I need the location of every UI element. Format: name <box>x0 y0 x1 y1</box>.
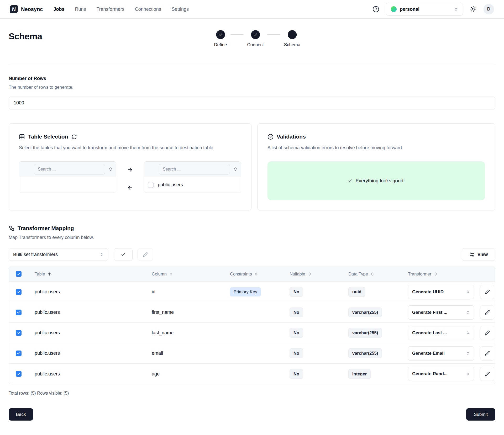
row-checkbox[interactable] <box>16 289 22 295</box>
destination-search-input[interactable] <box>159 164 230 174</box>
cell-table: public.users <box>35 289 60 295</box>
step-label: Connect <box>247 42 264 47</box>
nav-item-runs[interactable]: Runs <box>75 7 86 12</box>
edit-transformer-button[interactable] <box>480 326 494 340</box>
step-label: Schema <box>284 42 300 47</box>
cell-table: public.users <box>35 310 60 315</box>
data-type-badge: integer <box>348 369 371 379</box>
chevrons-up-down-icon <box>454 7 458 11</box>
chevrons-up-down-icon <box>466 331 470 335</box>
stepper-step: Connect <box>247 30 264 47</box>
row-checkbox[interactable] <box>16 351 22 356</box>
edit-transformer-button[interactable] <box>480 305 494 320</box>
bulk-edit-button[interactable] <box>138 248 153 261</box>
step-circle <box>288 30 297 39</box>
row-checkbox[interactable] <box>16 371 22 377</box>
select-all-checkbox[interactable] <box>16 271 22 277</box>
nav-item-jobs[interactable]: Jobs <box>53 7 64 12</box>
chevrons-up-down-icon <box>169 272 173 276</box>
transformer-select-label: Generate Rand... <box>412 371 448 376</box>
chevrons-up-down-icon <box>434 272 438 276</box>
row-checkbox[interactable] <box>16 310 22 315</box>
transformer-select[interactable]: Generate First ... <box>408 305 474 320</box>
cards-row: Table Selection Select the tables that y… <box>9 123 495 210</box>
table-selection-title: Table Selection <box>28 134 68 140</box>
transformer-select-label: Generate Last ... <box>412 330 447 336</box>
data-type-badge: varchar(255) <box>348 307 382 317</box>
apply-bulk-button[interactable] <box>114 248 133 261</box>
number-of-rows-input[interactable] <box>9 97 495 109</box>
brand[interactable]: N Neosync <box>10 5 43 13</box>
nav-item-settings[interactable]: Settings <box>172 7 189 12</box>
question-mark-circle-icon <box>372 6 379 13</box>
transformer-toolbar: Bulk set transformers View <box>9 248 495 261</box>
destination-list-body: public.users <box>144 177 241 193</box>
workspace-select[interactable]: personal <box>386 3 463 16</box>
number-of-rows-section: Number of Rows The number of rows to gen… <box>9 76 495 109</box>
table-row: public.users email No varchar(255) Gener… <box>9 343 495 364</box>
column-header-column[interactable]: Column <box>143 272 221 277</box>
column-header-transformer[interactable]: Transformer <box>399 272 478 277</box>
sliders-icon <box>469 252 475 257</box>
row-checkbox[interactable] <box>16 330 22 336</box>
source-search-input[interactable] <box>34 164 105 174</box>
source-listbox <box>19 161 116 193</box>
constraint-badge: Primary Key <box>230 287 261 296</box>
move-right-button[interactable] <box>126 166 134 174</box>
cell-column: id <box>152 289 155 295</box>
step-label: Define <box>214 42 227 47</box>
nullable-badge: No <box>290 287 303 297</box>
table-checkbox[interactable] <box>148 182 154 188</box>
theme-toggle-button[interactable] <box>469 5 477 13</box>
column-header-constraints[interactable]: Constraints <box>221 272 281 277</box>
transformer-select[interactable]: Generate Last ... <box>408 326 474 340</box>
number-of-rows-label: Number of Rows <box>9 76 495 81</box>
cell-table: public.users <box>35 351 60 356</box>
destination-listbox: public.users <box>144 161 241 193</box>
view-options-button[interactable]: View <box>462 248 495 261</box>
table-row: public.users first_name No varchar(255) … <box>9 302 495 323</box>
transformer-select-label: Generate First ... <box>412 310 447 315</box>
nav-item-connections[interactable]: Connections <box>135 7 161 12</box>
neosync-logo-icon: N <box>10 5 18 13</box>
column-header-nullable[interactable]: Nullable <box>281 272 339 277</box>
nullable-badge: No <box>290 307 303 317</box>
edit-transformer-button[interactable] <box>480 346 494 360</box>
transformer-select[interactable]: Generate Email <box>408 346 474 360</box>
nullable-badge: No <box>290 369 303 379</box>
pencil-icon <box>143 252 148 257</box>
table-row: public.users age No integer Generate Ran… <box>9 364 495 384</box>
pencil-icon <box>485 330 490 335</box>
validations-title: Validations <box>277 134 306 140</box>
transformer-select[interactable]: Generate Rand... <box>408 367 474 381</box>
sun-icon <box>470 6 476 12</box>
column-header-table[interactable]: Table <box>26 272 143 277</box>
edit-transformer-button[interactable] <box>480 367 494 381</box>
refresh-icon[interactable] <box>71 134 77 140</box>
list-item[interactable]: public.users <box>144 177 241 193</box>
chevrons-up-down-icon <box>308 272 312 276</box>
transformer-mapping-description: Map Transformers to every column below. <box>9 235 495 240</box>
page-footer: Back Submit <box>9 408 495 428</box>
pencil-icon <box>485 289 490 294</box>
move-left-button[interactable] <box>126 184 134 192</box>
back-button[interactable]: Back <box>9 408 33 421</box>
chevrons-up-down-icon <box>370 272 374 276</box>
checkmark-icon <box>17 331 21 335</box>
help-button[interactable] <box>372 6 380 13</box>
checkmark-icon <box>17 372 21 376</box>
user-avatar[interactable]: D <box>484 4 494 14</box>
nav-item-transformers[interactable]: Transformers <box>96 7 124 12</box>
table-row: public.users id Primary Key No uuid Gene… <box>9 282 495 302</box>
edit-transformer-button[interactable] <box>480 285 494 299</box>
transformer-select[interactable]: Generate UUID <box>408 285 474 299</box>
sort-chevrons-icon[interactable] <box>108 167 113 172</box>
cell-table: public.users <box>35 330 60 336</box>
submit-button[interactable]: Submit <box>466 408 495 421</box>
table-selection-card: Table Selection Select the tables that y… <box>9 123 251 210</box>
sort-chevrons-icon[interactable] <box>233 167 238 172</box>
workspace-dot-icon <box>391 6 397 12</box>
bulk-set-transformers-select[interactable]: Bulk set transformers <box>9 248 108 261</box>
checkmark-icon <box>17 351 21 355</box>
column-header-data-type[interactable]: Data Type <box>339 272 399 277</box>
